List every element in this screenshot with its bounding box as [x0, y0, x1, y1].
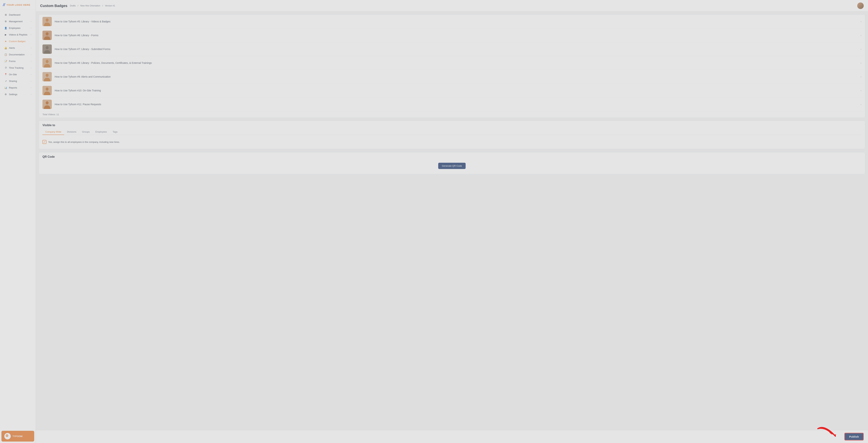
- video-chevron-icon: ›: [861, 34, 861, 37]
- video-list: How to Use Tyfoom #5: Library - Videos &…: [39, 15, 865, 111]
- company-wide-checkbox-row: ✓ Yes, assign this to all employees in t…: [42, 138, 861, 146]
- video-chevron-icon: ›: [861, 75, 861, 78]
- sidebar-item-settings[interactable]: ⚙ Settings ›: [1, 91, 34, 97]
- sidebar-logo[interactable]: // YOUR LOGO HERE: [0, 0, 36, 10]
- tab-employees[interactable]: Employees: [93, 129, 110, 135]
- video-title-text: How to Use Tyfoom #5: Library - Videos &…: [55, 20, 858, 23]
- video-list-item[interactable]: How to Use Tyfoom #11: Pause Requests ›: [39, 97, 865, 111]
- sidebar-item-label: Dashboard: [9, 13, 21, 16]
- chevron-icon: ›: [31, 34, 31, 36]
- sidebar-item-management[interactable]: ⚙ Management ›: [1, 18, 34, 25]
- video-list-item[interactable]: How to Use Tyfoom #10: On-Site Training …: [39, 84, 865, 97]
- dashboard-icon: ⊞: [4, 13, 7, 16]
- qr-code-section: QR Code Generate QR Code: [39, 152, 865, 174]
- video-thumbnail: [42, 45, 52, 54]
- video-thumbnail: [42, 31, 52, 40]
- total-videos-label: Total Videos: 11: [39, 111, 865, 118]
- logo-text: YOUR LOGO HERE: [6, 4, 30, 6]
- sidebar-item-sharing[interactable]: ↗ Sharing ›: [1, 78, 34, 84]
- tab-tags[interactable]: Tags: [110, 129, 120, 135]
- qr-code-title: QR Code: [42, 155, 861, 158]
- nav-item-left: ⏱ Time Tracking: [4, 66, 24, 69]
- breadcrumb-sep1: /: [78, 4, 78, 7]
- sidebar-item-on-site[interactable]: 📍 On-Site ›: [1, 71, 34, 78]
- breadcrumb-orientation: New Hire Orientation: [80, 4, 100, 7]
- tab-company-wide[interactable]: Company Wide: [42, 129, 64, 135]
- video-title-text: How to Use Tyfoom #10: On-Site Training: [55, 89, 858, 92]
- breadcrumb: Drafts / New Hire Orientation / Version …: [69, 4, 116, 7]
- user-avatar[interactable]: [857, 2, 864, 9]
- chevron-icon: ›: [31, 21, 31, 22]
- checkmark-icon: ✓: [43, 141, 45, 143]
- company-wide-checkbox[interactable]: ✓: [42, 140, 46, 144]
- video-thumbnail: [42, 86, 52, 95]
- tab-groups[interactable]: Groups: [79, 129, 93, 135]
- visible-to-title: Visible to: [42, 124, 861, 127]
- chevron-icon: ›: [31, 93, 31, 95]
- thumbnail-figure: [42, 17, 52, 26]
- sidebar-item-forms[interactable]: 📝 Forms ›: [1, 58, 34, 64]
- sidebar-item-label: Forms: [9, 60, 16, 63]
- sidebar-item-reports[interactable]: 📊 Reports ›: [1, 84, 34, 91]
- qr-generate-row: Generate QR Code: [42, 160, 861, 171]
- sidebar-item-label: Sharing: [9, 80, 17, 83]
- time-tracking-icon: ⏱: [4, 66, 7, 69]
- publish-button[interactable]: Publish: [844, 433, 864, 441]
- sidebar-item-label: On-Site: [9, 73, 17, 76]
- custom-badges-icon: ★: [4, 40, 7, 43]
- sidebar-item-videos-playlists[interactable]: ▶ Videos & Playlists ›: [1, 31, 34, 38]
- video-thumbnail: [42, 17, 52, 26]
- avatar-image: [857, 2, 864, 9]
- forms-icon: 📝: [4, 60, 7, 63]
- video-chevron-icon: ›: [861, 20, 861, 23]
- visible-to-section: Visible to Company WideDivisionsGroupsEm…: [39, 121, 865, 149]
- video-chevron-icon: ›: [861, 89, 861, 92]
- sidebar-item-label: Time Tracking: [9, 66, 24, 69]
- nav-item-left: ⊞ Dashboard: [4, 13, 21, 16]
- video-chevron-icon: ›: [861, 61, 861, 64]
- sidebar-item-documentation[interactable]: 📋 Documentation ›: [1, 51, 34, 58]
- sidebar-item-label: Alerts: [9, 47, 15, 49]
- sidebar-item-label: Reports: [9, 86, 17, 89]
- video-list-item[interactable]: How to Use Tyfoom #8: Library - Policies…: [39, 56, 865, 70]
- sidebar-item-employees[interactable]: 👤 Employees ›: [1, 25, 34, 31]
- svg-point-7: [46, 60, 49, 63]
- video-list-item[interactable]: How to Use Tyfoom #5: Library - Videos &…: [39, 15, 865, 29]
- chevron-icon: ›: [31, 87, 31, 89]
- nav-item-left: ↗ Sharing: [4, 80, 17, 83]
- video-title-text: How to Use Tyfoom #7: Library - Submitte…: [55, 48, 858, 51]
- sidebar-item-custom-badges[interactable]: ★ Custom Badges: [1, 38, 34, 45]
- video-list-item[interactable]: How to Use Tyfoom #9: Alerts and Communi…: [39, 70, 865, 84]
- thumbnail-figure: [42, 72, 52, 81]
- logo-icon: //: [3, 2, 5, 7]
- video-title-text: How to Use Tyfoom #8: Library - Policies…: [55, 61, 858, 64]
- sidebar-item-label: Settings: [9, 93, 18, 96]
- sidebar-footer-tyfoom[interactable]: T 52 TYFOOM: [1, 431, 34, 442]
- sidebar-item-label: Management: [9, 20, 23, 23]
- sidebar-item-time-tracking[interactable]: ⏱ Time Tracking ›: [1, 64, 34, 71]
- page-title: Custom Badges: [40, 4, 67, 8]
- visible-to-card: Visible to Company WideDivisionsGroupsEm…: [39, 121, 865, 149]
- video-title-text: How to Use Tyfoom #9: Alerts and Communi…: [55, 75, 858, 78]
- video-thumbnail: [42, 100, 52, 109]
- svg-marker-14: [833, 434, 836, 436]
- sidebar-item-label: Documentation: [9, 53, 25, 56]
- thumbnail-figure: [42, 31, 52, 40]
- sidebar-item-alerts[interactable]: 🔔 Alerts ›: [1, 45, 34, 51]
- videos-card: How to Use Tyfoom #5: Library - Videos &…: [39, 14, 865, 118]
- alerts-icon: 🔔: [4, 47, 7, 49]
- thumbnail-figure: [42, 100, 52, 109]
- svg-point-9: [46, 73, 49, 77]
- sidebar-item-dashboard[interactable]: ⊞ Dashboard: [1, 11, 34, 18]
- video-list-item[interactable]: How to Use Tyfoom #7: Library - Submitte…: [39, 42, 865, 56]
- thumbnail-figure: [42, 86, 52, 95]
- nav-item-left: ⚙ Settings: [4, 93, 18, 96]
- sidebar-item-label: Custom Badges: [9, 40, 26, 43]
- tab-divisions[interactable]: Divisions: [64, 129, 79, 135]
- video-list-item[interactable]: How to Use Tyfoom #6: Library - Forms ›: [39, 29, 865, 42]
- video-thumbnail: [42, 58, 52, 67]
- footer-action-bar: Publish: [36, 430, 868, 443]
- nav-item-left: ⚙ Management: [4, 20, 23, 23]
- video-title-text: How to Use Tyfoom #6: Library - Forms: [55, 34, 858, 37]
- generate-qr-button[interactable]: Generate QR Code: [438, 163, 465, 169]
